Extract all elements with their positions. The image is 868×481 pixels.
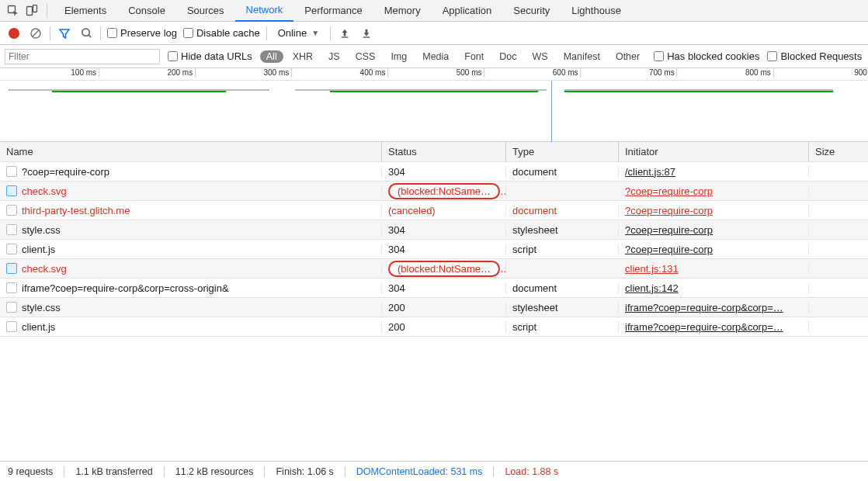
- filter-toggle-icon[interactable]: [57, 26, 72, 41]
- request-name: check.svg: [22, 185, 67, 197]
- table-body: ?coep=require-corp304document/client.js:…: [0, 162, 868, 337]
- initiator-link[interactable]: /client.js:87: [625, 166, 675, 178]
- col-name[interactable]: Name: [0, 142, 382, 161]
- search-icon[interactable]: [78, 26, 94, 41]
- timeline-tick: 400 ms: [360, 68, 386, 77]
- table-row[interactable]: style.css304stylesheet?coep=require-corp: [0, 220, 868, 240]
- filter-bar: Hide data URLs AllXHRJSCSSImgMediaFontDo…: [0, 45, 868, 68]
- table-row[interactable]: iframe?coep=require-corp&corp=cross-orig…: [0, 279, 868, 298]
- preserve-log-checkbox[interactable]: Preserve log: [107, 27, 177, 39]
- request-status: 304: [382, 244, 506, 255]
- filter-chip-manifest[interactable]: Manifest: [557, 50, 606, 63]
- filter-chip-js[interactable]: JS: [322, 50, 346, 63]
- record-button[interactable]: [6, 26, 22, 41]
- status-highlight: (blocked:NotSame…: [388, 261, 500, 277]
- svg-rect-1: [27, 6, 33, 15]
- clear-button[interactable]: [28, 26, 43, 41]
- separator: [330, 26, 331, 40]
- separator: [266, 26, 267, 40]
- status-highlight: (blocked:NotSame…: [388, 183, 500, 199]
- request-type: stylesheet: [506, 224, 619, 236]
- has-blocked-cookies-checkbox[interactable]: Has blocked cookies: [654, 50, 759, 62]
- hide-data-urls-checkbox[interactable]: Hide data URLs: [168, 50, 252, 62]
- status-load: Load: 1.88 s: [505, 466, 558, 477]
- timeline-overview[interactable]: 100 ms200 ms300 ms400 ms500 ms600 ms700 …: [0, 68, 868, 142]
- timeline-graph: [0, 81, 868, 142]
- filter-chip-font[interactable]: Font: [458, 50, 490, 63]
- initiator-link[interactable]: client.js:131: [625, 263, 679, 275]
- inspect-element-icon[interactable]: [5, 2, 22, 19]
- table-row[interactable]: client.js304script?coep=require-corp: [0, 240, 868, 259]
- initiator-link[interactable]: ?coep=require-corp: [625, 224, 713, 236]
- tab-security[interactable]: Security: [502, 0, 561, 22]
- col-size[interactable]: Size: [809, 142, 868, 161]
- col-type[interactable]: Type: [506, 142, 619, 161]
- tab-sources[interactable]: Sources: [176, 0, 235, 22]
- request-type: document: [506, 282, 619, 294]
- svg-rect-7: [342, 36, 349, 37]
- request-name: style.css: [22, 302, 61, 313]
- tab-performance[interactable]: Performance: [293, 0, 373, 22]
- requests-table: Name Status Type Initiator Size ?coep=re…: [0, 142, 868, 452]
- tab-lighthouse[interactable]: Lighthouse: [561, 0, 632, 22]
- separator: [100, 26, 101, 40]
- request-status: 200: [382, 321, 506, 333]
- table-row[interactable]: check.svg(blocked:NotSame…?coep=require-…: [0, 182, 868, 201]
- status-resources: 11.2 kB resources: [175, 466, 254, 477]
- initiator-link[interactable]: iframe?coep=require-corp&corp=…: [625, 302, 783, 313]
- initiator-link[interactable]: ?coep=require-corp: [625, 205, 713, 216]
- download-har-icon[interactable]: [359, 26, 374, 41]
- filter-input[interactable]: [5, 49, 160, 64]
- table-row[interactable]: third-party-test.glitch.me(canceled)docu…: [0, 201, 868, 220]
- document-file-icon: [6, 205, 17, 216]
- table-header: Name Status Type Initiator Size: [0, 142, 868, 162]
- status-bar: 9 requests 1.1 kB transferred 11.2 kB re…: [0, 461, 868, 481]
- filter-chip-img[interactable]: Img: [384, 50, 413, 63]
- table-row[interactable]: ?coep=require-corp304document/client.js:…: [0, 162, 868, 182]
- device-toolbar-icon[interactable]: [23, 2, 40, 19]
- filter-chip-xhr[interactable]: XHR: [286, 50, 319, 63]
- filter-chip-media[interactable]: Media: [416, 50, 455, 63]
- col-status[interactable]: Status: [382, 142, 506, 161]
- table-row[interactable]: style.css200stylesheetiframe?coep=requir…: [0, 298, 868, 317]
- throttling-dropdown[interactable]: Online ▼: [273, 26, 324, 40]
- initiator-link[interactable]: iframe?coep=require-corp&corp=…: [625, 321, 783, 333]
- hide-data-urls-label: Hide data URLs: [181, 50, 252, 62]
- disable-cache-label: Disable cache: [196, 27, 260, 39]
- table-row[interactable]: client.js200scriptiframe?coep=require-co…: [0, 317, 868, 337]
- blocked-requests-checkbox[interactable]: Blocked Requests: [767, 50, 862, 62]
- svg-point-5: [82, 29, 89, 36]
- filter-chip-ws[interactable]: WS: [526, 50, 554, 63]
- request-status: (blocked:NotSame…: [382, 183, 506, 199]
- filter-chip-doc[interactable]: Doc: [493, 50, 523, 63]
- request-name: third-party-test.glitch.me: [22, 205, 130, 216]
- filter-chip-all[interactable]: All: [260, 50, 283, 63]
- tab-network[interactable]: Network: [235, 0, 294, 22]
- document-file-icon: [6, 321, 17, 332]
- tab-console[interactable]: Console: [117, 0, 176, 22]
- col-initiator[interactable]: Initiator: [619, 142, 809, 161]
- timeline-tick: 300 ms: [263, 68, 289, 77]
- tab-memory[interactable]: Memory: [373, 0, 432, 22]
- record-icon: [9, 28, 19, 39]
- tab-application[interactable]: Application: [432, 0, 503, 22]
- request-name: ?coep=require-corp: [22, 166, 109, 178]
- separator: [50, 26, 50, 40]
- svg-rect-8: [363, 36, 370, 37]
- initiator-link[interactable]: client.js:142: [625, 282, 679, 294]
- tab-elements[interactable]: Elements: [54, 0, 117, 22]
- request-status: (blocked:NotSame…: [382, 261, 506, 277]
- filter-chip-css[interactable]: CSS: [349, 50, 382, 63]
- disable-cache-checkbox[interactable]: Disable cache: [183, 27, 260, 39]
- chevron-down-icon: ▼: [311, 29, 319, 37]
- table-row[interactable]: check.svg(blocked:NotSame…client.js:131: [0, 259, 868, 279]
- upload-har-icon[interactable]: [337, 26, 352, 41]
- image-file-icon: [6, 185, 17, 196]
- request-status: 304: [382, 224, 506, 236]
- document-file-icon: [6, 224, 17, 235]
- request-status: 304: [382, 282, 506, 294]
- initiator-link[interactable]: ?coep=require-corp: [625, 244, 713, 255]
- request-status: (canceled): [382, 205, 506, 216]
- filter-chip-other[interactable]: Other: [609, 50, 646, 63]
- initiator-link[interactable]: ?coep=require-corp: [625, 185, 713, 197]
